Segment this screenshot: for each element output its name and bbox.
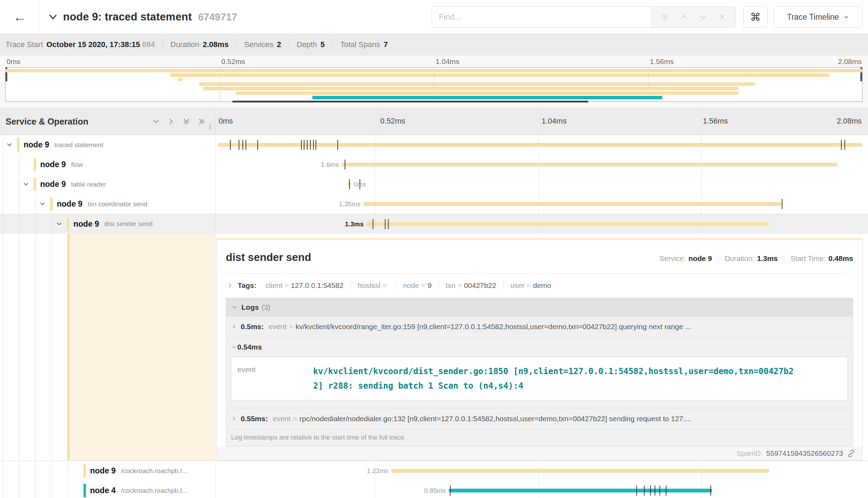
tag-key: client: [265, 281, 282, 289]
collapse-all-icon[interactable]: [182, 117, 191, 126]
span-name-column: node 9txn coordinator send: [0, 194, 215, 214]
minimap-span-bar: [236, 91, 739, 95]
operation-name: /cockroach.roachpb.I...: [121, 487, 187, 495]
log-entry-2-detail: event kv/kvclient/kvcoord/dist_sender.go…: [231, 357, 848, 400]
chevron-down-icon[interactable]: [6, 141, 13, 150]
log-entry-3[interactable]: 0.55ms: event = rpc/nodedialer/nodediale…: [226, 408, 853, 429]
span-detail-strip: dist sender send Service: node 9 Duratio…: [0, 234, 868, 461]
column-resize-handle[interactable]: ‖: [209, 123, 212, 131]
deep-link-icon[interactable]: [847, 449, 856, 458]
span-row[interactable]: node 9flow1.6ms: [0, 155, 868, 174]
tree-guide-line: [19, 194, 19, 214]
selected-span-indent-fill: [70, 234, 215, 461]
trace-minimap: 0ms0.52ms1.04ms1.56ms2.08ms: [0, 55, 868, 108]
span-row[interactable]: node 9txn coordinator send1.35ms: [0, 194, 868, 214]
trace-view-label: Trace Timeline: [787, 12, 839, 22]
tag-equals: =: [282, 281, 291, 289]
trace-meta-value: 2.08ms: [203, 40, 229, 49]
tag-item: txn=00427b22: [439, 281, 504, 290]
span-duration-label: 1.3ms: [345, 220, 364, 228]
chevron-down-icon[interactable]: [39, 200, 46, 209]
span-row[interactable]: node 9dist sender send1.3ms: [0, 214, 868, 234]
span-duration-bar[interactable]: [449, 489, 712, 492]
span-row[interactable]: node 9traced statement: [0, 135, 868, 155]
span-row[interactable]: node 4/cockroach.roachpb.I...0.85ms: [0, 481, 868, 498]
span-timeline-column[interactable]: 1.3ms: [215, 214, 868, 234]
span-timeline-column[interactable]: 1.22ms: [215, 461, 868, 481]
collapse-trace-icon[interactable]: [48, 12, 58, 22]
minimap-span-bar: [178, 78, 183, 81]
span-rows-bottom: node 9/cockroach.roachpb.I...1.22msnode …: [0, 461, 868, 498]
tag-value: 9: [427, 281, 432, 289]
tree-guide-line: [3, 214, 3, 234]
span-duration-bar[interactable]: [218, 143, 862, 147]
span-timeline-column[interactable]: 0ms: [215, 174, 868, 194]
log-value: kv/kvclient/kvcoord/range_iter.go:159 [n…: [295, 323, 691, 331]
start-time-label: Start Time:: [790, 254, 826, 263]
expand-one-icon[interactable]: [167, 117, 176, 126]
logs-note: Log timestamps are relative to the start…: [226, 429, 853, 446]
log-field: event: [269, 323, 286, 331]
tree-guide-line: [52, 461, 52, 481]
detail-indent-column: [0, 234, 215, 461]
log-event-tick: [337, 140, 338, 150]
minimap-graph[interactable]: [5, 67, 862, 102]
collapse-one-icon[interactable]: [151, 117, 160, 126]
span-timeline-column[interactable]: 1.35ms: [215, 194, 868, 214]
span-duration-bar[interactable]: [366, 222, 770, 226]
span-labels: node 9txn coordinator send: [57, 194, 147, 214]
trace-meta-item: Trace StartOctober 15 2020, 17:38:15.084: [6, 40, 155, 49]
tags-accordion[interactable]: Tags: client=127.0.0.1:54582hostssl=node…: [226, 274, 853, 298]
expand-all-icon[interactable]: [197, 117, 206, 126]
selected-span-color-bar: [67, 234, 70, 461]
log-entry-2-header[interactable]: 0.54ms: [226, 337, 853, 355]
chevron-down-icon[interactable]: [55, 220, 63, 229]
focus-match-icon[interactable]: [659, 11, 671, 23]
span-name-column: node 9traced statement: [0, 135, 215, 155]
minimap-scroll-indicator[interactable]: [232, 101, 588, 102]
span-timeline-column[interactable]: 1.6ms: [215, 155, 868, 174]
log-event-tick: [659, 486, 660, 496]
operation-name: table reader: [71, 181, 106, 188]
axis-tick-label: 0.52ms: [380, 117, 405, 126]
keyboard-shortcuts-button[interactable]: ⌘: [743, 6, 768, 28]
trace-meta-value: 7: [383, 40, 388, 49]
operation-name: dist sender send: [104, 220, 152, 228]
log-event-tick: [316, 140, 316, 150]
trace-meta-item: Total Spans7: [325, 39, 388, 50]
logs-header[interactable]: Logs (3): [226, 298, 853, 316]
span-color-swatch: [83, 484, 86, 497]
chevron-down-icon[interactable]: [22, 180, 30, 189]
logs-title: Logs: [241, 303, 259, 311]
span-duration-bar[interactable]: [342, 163, 838, 166]
trace-meta-item: Services2: [229, 39, 281, 50]
next-match-icon[interactable]: [697, 11, 709, 23]
minimap-span-bar: [312, 96, 663, 99]
log-event-tick: [636, 486, 637, 496]
tag-value: 00427b22: [464, 281, 496, 289]
span-row[interactable]: node 9/cockroach.roachpb.I...1.22ms: [0, 461, 868, 481]
trace-view-select[interactable]: Trace Timeline: [774, 6, 862, 28]
logs-accordion: Logs (3) 0.5ms: event = kv/kvclient/kvco…: [226, 298, 853, 446]
duration-label: Duration:: [725, 254, 754, 263]
service-name: node 9: [73, 219, 99, 229]
prev-match-icon[interactable]: [678, 11, 690, 23]
trace-meta-suffix: .084: [140, 40, 155, 49]
log-entry-1[interactable]: 0.5ms: event = kv/kvclient/kvcoord/range…: [226, 316, 853, 337]
span-detail-title: dist sender send: [226, 251, 311, 264]
clear-find-icon[interactable]: [716, 11, 728, 23]
span-duration-bar[interactable]: [391, 469, 769, 473]
find-input[interactable]: [432, 6, 651, 28]
minimap-span-bar: [199, 82, 755, 86]
span-id-label: SpanID:: [736, 449, 763, 458]
span-timeline-column[interactable]: [215, 135, 868, 155]
axis-tick-label: 2.08ms: [837, 117, 862, 126]
log-event-tick: [301, 140, 302, 150]
back-button[interactable]: ←: [8, 9, 32, 25]
span-plot: 1.6ms: [218, 155, 862, 174]
log-event-tick: [349, 179, 350, 189]
span-id-value: 5597415943526560273: [766, 449, 843, 458]
span-duration-bar[interactable]: [363, 202, 782, 206]
span-timeline-column[interactable]: 0.85ms: [215, 481, 868, 498]
span-row[interactable]: node 9table reader0ms: [0, 174, 868, 194]
